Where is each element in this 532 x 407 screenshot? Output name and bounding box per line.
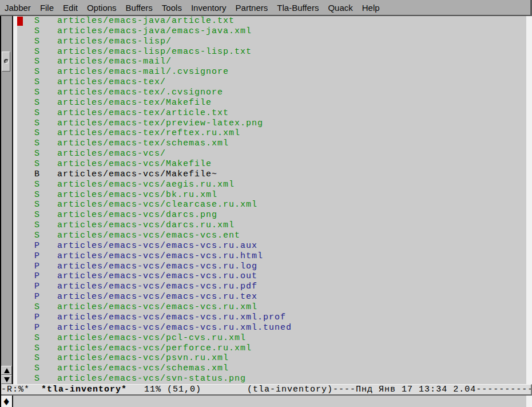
inventory-line[interactable]: S articles/emacs-vcs/bk.ru.xml	[17, 190, 526, 200]
inventory-line[interactable]: S articles/emacs-lisp/	[17, 37, 526, 47]
modeline-suffix: 11% (51,0) (tla-inventory)----Пнд Янв 17…	[127, 385, 532, 394]
scrollbar-dimple-icon	[4, 59, 9, 64]
menu-bar: JabberFileEditOptionsBuffersToolsInvento…	[0, 0, 532, 16]
text-cursor	[17, 17, 23, 26]
menu-item-edit[interactable]: Edit	[58, 3, 82, 13]
minibuffer-gutter: ◆	[1, 396, 13, 407]
menu-item-options[interactable]: Options	[82, 3, 121, 13]
modeline-prefix: -R:%*	[1, 385, 41, 394]
inventory-line[interactable]: S articles/emacs-vcs/aegis.ru.xml	[17, 180, 526, 190]
down-arrow-icon	[4, 377, 10, 382]
inventory-line[interactable]: S articles/emacs-vcs/pcl-cvs.ru.xml	[17, 333, 526, 343]
inventory-line[interactable]: S articles/emacs-vcs/emacs-vcs.ru.xml	[17, 302, 526, 313]
inventory-line[interactable]: P articles/emacs-vcs/emacs-vcs.ru.xml.pr…	[17, 313, 526, 323]
menu-item-jabber[interactable]: Jabber	[0, 3, 35, 13]
inventory-line[interactable]: S articles/emacs-vcs/perforce.ru.xml	[17, 343, 526, 354]
scrollbar-track[interactable]	[1, 16, 12, 366]
menu-item-tla-buffers[interactable]: Tla-Buffers	[272, 3, 323, 13]
diamond-icon: ◆	[4, 397, 9, 406]
inventory-line[interactable]: S articles/emacs-vcs/darcs.ru.xml	[17, 220, 526, 231]
scroll-up-button[interactable]	[1, 366, 12, 375]
buffer-text-area[interactable]: S articles/emacs-java/article.txt S arti…	[17, 16, 526, 384]
inventory-line[interactable]: S articles/emacs-lisp/emacs-lisp.txt	[17, 47, 526, 57]
inventory-line[interactable]: S articles/emacs-mail/	[17, 57, 526, 67]
inventory-line[interactable]: S articles/emacs-vcs/	[17, 149, 526, 159]
left-fringe	[13, 16, 17, 384]
inventory-line[interactable]: P articles/emacs-vcs/emacs-vcs.ru.xml.tu…	[17, 323, 526, 333]
inventory-line[interactable]: S articles/emacs-tex/.cvsignore	[17, 88, 526, 98]
menu-item-tools[interactable]: Tools	[157, 3, 186, 13]
menu-item-help[interactable]: Help	[358, 3, 384, 13]
buffer-name-label: *tla-inventory*	[41, 385, 127, 394]
inventory-line[interactable]: S articles/emacs-java/emacs-java.xml	[17, 26, 526, 37]
menu-item-inventory[interactable]: Inventory	[186, 3, 231, 13]
inventory-line[interactable]: P articles/emacs-vcs/emacs-vcs.ru.pdf	[17, 282, 526, 292]
inventory-line[interactable]: S articles/emacs-vcs/schemas.xml	[17, 363, 526, 374]
inventory-line[interactable]: S articles/emacs-tex/article.txt	[17, 108, 526, 118]
inventory-line[interactable]: B articles/emacs-vcs/Makefile~	[17, 169, 526, 180]
inventory-line[interactable]: S articles/emacs-java/article.txt	[17, 16, 526, 26]
inventory-line[interactable]: S articles/emacs-tex/reftex.ru.xml	[17, 128, 526, 139]
inventory-line[interactable]: S articles/emacs-vcs/Makefile	[17, 159, 526, 169]
menu-item-partners[interactable]: Partners	[231, 3, 273, 13]
frame-body: S articles/emacs-java/article.txt S arti…	[0, 16, 532, 407]
mode-line[interactable]: -R:%* *tla-inventory* 11% (51,0) (tla-in…	[1, 384, 532, 396]
scrollbar-thumb[interactable]	[2, 52, 10, 72]
inventory-line[interactable]: P articles/emacs-vcs/emacs-vcs.ru.log	[17, 262, 526, 272]
inventory-line[interactable]: S articles/emacs-tex/Makefile	[17, 98, 526, 108]
inventory-line[interactable]: S articles/emacs-tex/preview-latex.png	[17, 118, 526, 129]
inventory-line[interactable]: S articles/emacs-vcs/clearcase.ru.xml	[17, 200, 526, 210]
inventory-line[interactable]: S articles/emacs-vcs/emacs-vcs.ent	[17, 231, 526, 241]
inventory-line[interactable]: P articles/emacs-vcs/emacs-vcs.ru.out	[17, 271, 526, 282]
content-row: S articles/emacs-java/article.txt S arti…	[1, 16, 532, 384]
scroll-down-button[interactable]	[1, 375, 12, 384]
right-fringe	[526, 16, 532, 384]
minibuffer[interactable]	[13, 396, 526, 407]
inventory-line[interactable]: P articles/emacs-vcs/emacs-vcs.ru.html	[17, 251, 526, 262]
inventory-line[interactable]: S articles/emacs-mail/.cvsignore	[17, 67, 526, 77]
inventory-line[interactable]: S articles/emacs-vcs/svn-status.png	[17, 374, 526, 384]
inventory-line[interactable]: P articles/emacs-vcs/emacs-vcs.ru.tex	[17, 292, 526, 302]
menu-item-file[interactable]: File	[35, 3, 58, 13]
vertical-scrollbar[interactable]	[1, 16, 13, 384]
inventory-line[interactable]: S articles/emacs-tex/	[17, 77, 526, 88]
inventory-line[interactable]: S articles/emacs-tex/schemas.xml	[17, 139, 526, 149]
inventory-line[interactable]: P articles/emacs-vcs/emacs-vcs.ru.aux	[17, 241, 526, 251]
inventory-line[interactable]: S articles/emacs-vcs/psvn.ru.xml	[17, 353, 526, 363]
emacs-frame: JabberFileEditOptionsBuffersToolsInvento…	[0, 0, 532, 407]
minibuffer-right-fringe	[526, 396, 532, 407]
up-arrow-icon	[4, 368, 10, 373]
menu-item-quack[interactable]: Quack	[323, 3, 357, 13]
menu-item-buffers[interactable]: Buffers	[121, 3, 157, 13]
inventory-line[interactable]: S articles/emacs-vcs/darcs.png	[17, 210, 526, 220]
minibuffer-row: ◆	[1, 396, 532, 407]
inventory-list: S articles/emacs-java/article.txt S arti…	[17, 16, 526, 384]
